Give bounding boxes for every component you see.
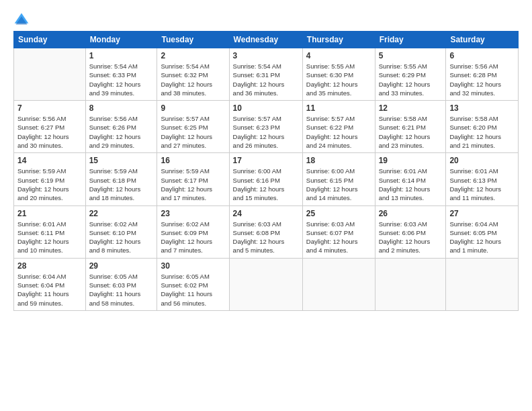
calendar-cell: 21Sunrise: 6:01 AM Sunset: 6:11 PM Dayli… bbox=[14, 205, 86, 258]
day-number: 27 bbox=[449, 209, 515, 218]
day-info: Sunrise: 6:04 AM Sunset: 6:04 PM Dayligh… bbox=[17, 272, 82, 308]
day-number: 5 bbox=[379, 51, 443, 60]
day-number: 8 bbox=[89, 103, 154, 113]
calendar-cell: 30Sunrise: 6:05 AM Sunset: 6:02 PM Dayli… bbox=[157, 258, 229, 310]
day-number: 3 bbox=[233, 51, 299, 60]
day-info: Sunrise: 6:00 AM Sunset: 6:16 PM Dayligh… bbox=[233, 167, 299, 202]
day-info: Sunrise: 6:04 AM Sunset: 6:05 PM Dayligh… bbox=[449, 220, 515, 255]
day-info: Sunrise: 6:01 AM Sunset: 6:11 PM Dayligh… bbox=[17, 220, 82, 255]
calendar-cell: 13Sunrise: 5:58 AM Sunset: 6:20 PM Dayli… bbox=[446, 101, 519, 153]
day-number: 25 bbox=[306, 209, 371, 218]
day-number: 28 bbox=[17, 261, 82, 271]
day-number: 14 bbox=[17, 156, 82, 165]
calendar-cell: 7Sunrise: 5:56 AM Sunset: 6:27 PM Daylig… bbox=[14, 101, 86, 153]
calendar-cell: 11Sunrise: 5:57 AM Sunset: 6:22 PM Dayli… bbox=[302, 101, 375, 153]
day-info: Sunrise: 5:58 AM Sunset: 6:21 PM Dayligh… bbox=[379, 114, 443, 150]
day-number: 29 bbox=[89, 261, 154, 271]
day-info: Sunrise: 6:03 AM Sunset: 6:08 PM Dayligh… bbox=[233, 220, 299, 255]
day-info: Sunrise: 5:55 AM Sunset: 6:30 PM Dayligh… bbox=[306, 62, 371, 97]
day-number: 30 bbox=[161, 261, 225, 271]
day-info: Sunrise: 6:03 AM Sunset: 6:06 PM Dayligh… bbox=[379, 220, 443, 255]
calendar-cell bbox=[446, 258, 519, 310]
day-number: 4 bbox=[306, 51, 371, 60]
day-of-week-thursday: Thursday bbox=[302, 32, 375, 48]
day-number: 12 bbox=[379, 103, 443, 113]
calendar-cell: 3Sunrise: 5:54 AM Sunset: 6:31 PM Daylig… bbox=[229, 48, 302, 101]
calendar-cell: 29Sunrise: 6:05 AM Sunset: 6:03 PM Dayli… bbox=[85, 258, 157, 310]
day-info: Sunrise: 6:02 AM Sunset: 6:10 PM Dayligh… bbox=[89, 220, 154, 255]
calendar-table: SundayMondayTuesdayWednesdayThursdayFrid… bbox=[13, 31, 519, 311]
calendar-cell: 27Sunrise: 6:04 AM Sunset: 6:05 PM Dayli… bbox=[446, 205, 519, 258]
day-info: Sunrise: 5:59 AM Sunset: 6:18 PM Dayligh… bbox=[89, 167, 154, 202]
day-number: 11 bbox=[306, 103, 371, 113]
day-info: Sunrise: 5:58 AM Sunset: 6:20 PM Dayligh… bbox=[449, 114, 515, 150]
calendar-cell: 8Sunrise: 5:56 AM Sunset: 6:26 PM Daylig… bbox=[85, 101, 157, 153]
day-number: 24 bbox=[233, 209, 299, 218]
day-number: 2 bbox=[161, 51, 225, 60]
day-number: 20 bbox=[449, 156, 515, 165]
day-info: Sunrise: 6:05 AM Sunset: 6:02 PM Dayligh… bbox=[161, 272, 225, 308]
day-number: 17 bbox=[233, 156, 299, 165]
calendar-cell: 26Sunrise: 6:03 AM Sunset: 6:06 PM Dayli… bbox=[375, 205, 446, 258]
header bbox=[13, 11, 519, 27]
calendar-header-row: SundayMondayTuesdayWednesdayThursdayFrid… bbox=[14, 32, 519, 48]
calendar-cell: 9Sunrise: 5:57 AM Sunset: 6:25 PM Daylig… bbox=[157, 101, 229, 153]
calendar-cell: 15Sunrise: 5:59 AM Sunset: 6:18 PM Dayli… bbox=[85, 153, 157, 205]
day-number: 23 bbox=[161, 209, 225, 218]
day-info: Sunrise: 6:00 AM Sunset: 6:15 PM Dayligh… bbox=[306, 167, 371, 202]
day-of-week-tuesday: Tuesday bbox=[157, 32, 229, 48]
day-number: 18 bbox=[306, 156, 371, 165]
day-number: 6 bbox=[449, 51, 515, 60]
day-info: Sunrise: 6:03 AM Sunset: 6:07 PM Dayligh… bbox=[306, 220, 371, 255]
day-number: 22 bbox=[89, 209, 154, 218]
day-info: Sunrise: 6:01 AM Sunset: 6:13 PM Dayligh… bbox=[449, 167, 515, 202]
calendar-cell: 1Sunrise: 5:54 AM Sunset: 6:33 PM Daylig… bbox=[85, 48, 157, 101]
day-info: Sunrise: 5:57 AM Sunset: 6:23 PM Dayligh… bbox=[233, 114, 299, 150]
day-info: Sunrise: 5:59 AM Sunset: 6:19 PM Dayligh… bbox=[17, 167, 82, 202]
day-info: Sunrise: 5:54 AM Sunset: 6:33 PM Dayligh… bbox=[89, 62, 154, 97]
day-info: Sunrise: 5:56 AM Sunset: 6:26 PM Dayligh… bbox=[89, 114, 154, 150]
calendar-week-5: 28Sunrise: 6:04 AM Sunset: 6:04 PM Dayli… bbox=[14, 258, 519, 310]
calendar-cell: 10Sunrise: 5:57 AM Sunset: 6:23 PM Dayli… bbox=[229, 101, 302, 153]
calendar-cell: 16Sunrise: 5:59 AM Sunset: 6:17 PM Dayli… bbox=[157, 153, 229, 205]
day-info: Sunrise: 5:59 AM Sunset: 6:17 PM Dayligh… bbox=[161, 167, 225, 202]
day-info: Sunrise: 5:57 AM Sunset: 6:25 PM Dayligh… bbox=[161, 114, 225, 150]
day-number: 7 bbox=[17, 103, 82, 113]
day-info: Sunrise: 5:56 AM Sunset: 6:28 PM Dayligh… bbox=[449, 62, 515, 97]
day-number: 15 bbox=[89, 156, 154, 165]
calendar-cell: 24Sunrise: 6:03 AM Sunset: 6:08 PM Dayli… bbox=[229, 205, 302, 258]
day-info: Sunrise: 6:02 AM Sunset: 6:09 PM Dayligh… bbox=[161, 220, 225, 255]
calendar-week-4: 21Sunrise: 6:01 AM Sunset: 6:11 PM Dayli… bbox=[14, 205, 519, 258]
calendar-cell bbox=[375, 258, 446, 310]
calendar-cell: 18Sunrise: 6:00 AM Sunset: 6:15 PM Dayli… bbox=[302, 153, 375, 205]
page: SundayMondayTuesdayWednesdayThursdayFrid… bbox=[0, 0, 532, 411]
day-number: 16 bbox=[161, 156, 225, 165]
calendar-cell: 6Sunrise: 5:56 AM Sunset: 6:28 PM Daylig… bbox=[446, 48, 519, 101]
calendar-cell: 17Sunrise: 6:00 AM Sunset: 6:16 PM Dayli… bbox=[229, 153, 302, 205]
calendar-cell: 22Sunrise: 6:02 AM Sunset: 6:10 PM Dayli… bbox=[85, 205, 157, 258]
calendar-cell: 28Sunrise: 6:04 AM Sunset: 6:04 PM Dayli… bbox=[14, 258, 86, 310]
day-number: 26 bbox=[379, 209, 443, 218]
day-number: 10 bbox=[233, 103, 299, 113]
calendar-cell bbox=[302, 258, 375, 310]
day-of-week-wednesday: Wednesday bbox=[229, 32, 302, 48]
day-info: Sunrise: 6:05 AM Sunset: 6:03 PM Dayligh… bbox=[89, 272, 154, 308]
calendar-week-1: 1Sunrise: 5:54 AM Sunset: 6:33 PM Daylig… bbox=[14, 48, 519, 101]
day-of-week-monday: Monday bbox=[85, 32, 157, 48]
calendar-cell: 12Sunrise: 5:58 AM Sunset: 6:21 PM Dayli… bbox=[375, 101, 446, 153]
calendar-week-3: 14Sunrise: 5:59 AM Sunset: 6:19 PM Dayli… bbox=[14, 153, 519, 205]
calendar-cell: 14Sunrise: 5:59 AM Sunset: 6:19 PM Dayli… bbox=[14, 153, 86, 205]
day-number: 21 bbox=[17, 209, 82, 218]
calendar-cell: 23Sunrise: 6:02 AM Sunset: 6:09 PM Dayli… bbox=[157, 205, 229, 258]
calendar-cell: 4Sunrise: 5:55 AM Sunset: 6:30 PM Daylig… bbox=[302, 48, 375, 101]
calendar-cell: 25Sunrise: 6:03 AM Sunset: 6:07 PM Dayli… bbox=[302, 205, 375, 258]
day-of-week-sunday: Sunday bbox=[14, 32, 86, 48]
day-of-week-saturday: Saturday bbox=[446, 32, 519, 48]
calendar-cell bbox=[14, 48, 86, 101]
day-number: 1 bbox=[89, 51, 154, 60]
calendar-cell bbox=[229, 258, 302, 310]
day-number: 9 bbox=[161, 103, 225, 113]
day-info: Sunrise: 5:54 AM Sunset: 6:31 PM Dayligh… bbox=[233, 62, 299, 97]
calendar-cell: 19Sunrise: 6:01 AM Sunset: 6:14 PM Dayli… bbox=[375, 153, 446, 205]
day-of-week-friday: Friday bbox=[375, 32, 446, 48]
